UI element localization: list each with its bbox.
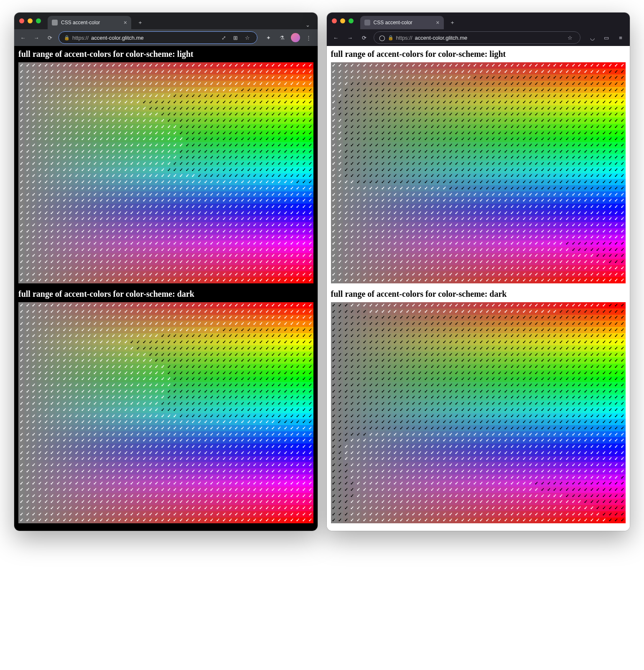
accent-swatch[interactable]: ✓	[166, 271, 172, 278]
accent-swatch[interactable]: ✓	[441, 395, 448, 401]
accent-swatch[interactable]: ✓	[246, 124, 252, 130]
accent-swatch[interactable]: ✓	[491, 315, 497, 321]
accent-swatch[interactable]: ✓	[246, 474, 252, 481]
accent-swatch[interactable]: ✓	[515, 154, 521, 160]
accent-swatch[interactable]: ✓	[411, 124, 417, 130]
accent-swatch[interactable]: ✓	[276, 210, 283, 216]
accent-swatch[interactable]: ✓	[104, 419, 111, 425]
accent-swatch[interactable]: ✓	[589, 456, 595, 462]
accent-swatch[interactable]: ✓	[558, 462, 564, 468]
accent-swatch[interactable]: ✓	[129, 413, 135, 419]
accent-swatch[interactable]: ✓	[153, 505, 160, 511]
accent-swatch[interactable]: ✓	[448, 505, 454, 511]
accent-swatch[interactable]: ✓	[619, 333, 626, 339]
accent-swatch[interactable]: ✓	[368, 333, 374, 339]
accent-swatch[interactable]: ✓	[55, 333, 61, 339]
accent-swatch[interactable]: ✓	[478, 505, 484, 511]
accent-swatch[interactable]: ✓	[496, 154, 503, 160]
accent-swatch[interactable]: ✓	[601, 407, 607, 413]
accent-swatch[interactable]: ✓	[191, 339, 197, 345]
accent-swatch[interactable]: ✓	[386, 185, 392, 191]
accent-swatch[interactable]: ✓	[215, 81, 221, 87]
accent-swatch[interactable]: ✓	[86, 370, 92, 376]
accent-swatch[interactable]: ✓	[43, 167, 49, 173]
accent-swatch[interactable]: ✓	[441, 277, 448, 283]
accent-swatch[interactable]: ✓	[252, 395, 258, 401]
accent-swatch[interactable]: ✓	[276, 419, 283, 425]
accent-swatch[interactable]: ✓	[276, 493, 283, 499]
accent-swatch[interactable]: ✓	[540, 407, 546, 413]
accent-swatch[interactable]: ✓	[386, 425, 392, 431]
accent-swatch[interactable]: ✓	[472, 167, 479, 173]
accent-swatch[interactable]: ✓	[37, 99, 43, 105]
accent-swatch[interactable]: ✓	[68, 148, 74, 155]
accent-swatch[interactable]: ✓	[405, 487, 411, 493]
accent-swatch[interactable]: ✓	[546, 234, 552, 241]
accent-swatch[interactable]: ✓	[570, 327, 577, 333]
accent-swatch[interactable]: ✓	[80, 234, 86, 241]
accent-swatch[interactable]: ✓	[110, 376, 117, 382]
accent-swatch[interactable]: ✓	[74, 419, 80, 425]
accent-swatch[interactable]: ✓	[503, 271, 509, 278]
accent-swatch[interactable]: ✓	[423, 345, 429, 352]
accent-swatch[interactable]: ✓	[258, 357, 264, 364]
accent-swatch[interactable]: ✓	[160, 517, 166, 524]
accent-swatch[interactable]: ✓	[583, 480, 589, 487]
accent-swatch[interactable]: ✓	[123, 185, 129, 191]
accent-swatch[interactable]: ✓	[276, 474, 283, 481]
accent-swatch[interactable]: ✓	[160, 247, 166, 253]
accent-swatch[interactable]: ✓	[295, 117, 301, 124]
accent-swatch[interactable]: ✓	[123, 240, 129, 247]
accent-swatch[interactable]: ✓	[283, 352, 289, 358]
accent-swatch[interactable]: ✓	[264, 357, 270, 364]
accent-swatch[interactable]: ✓	[607, 315, 613, 321]
accent-swatch[interactable]: ✓	[386, 308, 392, 315]
accent-swatch[interactable]: ✓	[25, 419, 31, 425]
accent-swatch[interactable]: ✓	[484, 364, 491, 370]
accent-swatch[interactable]: ✓	[398, 62, 405, 69]
accent-swatch[interactable]: ✓	[61, 222, 68, 228]
accent-swatch[interactable]: ✓	[349, 173, 356, 179]
accent-swatch[interactable]: ✓	[129, 154, 135, 160]
accent-swatch[interactable]: ✓	[448, 327, 454, 333]
accent-swatch[interactable]: ✓	[68, 315, 74, 321]
accent-swatch[interactable]: ✓	[160, 499, 166, 505]
accent-swatch[interactable]: ✓	[448, 382, 454, 388]
accent-swatch[interactable]: ✓	[92, 99, 98, 105]
accent-swatch[interactable]: ✓	[80, 130, 86, 136]
accent-swatch[interactable]: ✓	[613, 271, 620, 278]
accent-swatch[interactable]: ✓	[191, 382, 197, 388]
accent-swatch[interactable]: ✓	[209, 357, 215, 364]
accent-swatch[interactable]: ✓	[258, 407, 264, 413]
accent-swatch[interactable]: ✓	[583, 69, 589, 75]
accent-swatch[interactable]: ✓	[478, 185, 484, 191]
accent-swatch[interactable]: ✓	[18, 345, 25, 352]
accent-swatch[interactable]: ✓	[209, 148, 215, 155]
accent-swatch[interactable]: ✓	[417, 425, 423, 431]
accent-swatch[interactable]: ✓	[484, 302, 491, 308]
accent-swatch[interactable]: ✓	[405, 240, 411, 247]
accent-swatch[interactable]: ✓	[411, 117, 417, 124]
accent-swatch[interactable]: ✓	[43, 253, 49, 259]
accent-swatch[interactable]: ✓	[227, 81, 234, 87]
accent-swatch[interactable]: ✓	[558, 357, 564, 364]
accent-swatch[interactable]: ✓	[435, 333, 441, 339]
accent-swatch[interactable]: ✓	[209, 216, 215, 222]
accent-swatch[interactable]: ✓	[374, 185, 380, 191]
accent-swatch[interactable]: ✓	[246, 400, 252, 407]
accent-swatch[interactable]: ✓	[576, 400, 583, 407]
accent-swatch[interactable]: ✓	[239, 382, 246, 388]
accent-swatch[interactable]: ✓	[276, 339, 283, 345]
accent-swatch[interactable]: ✓	[361, 364, 368, 370]
accent-swatch[interactable]: ✓	[386, 493, 392, 499]
accent-swatch[interactable]: ✓	[160, 216, 166, 222]
accent-swatch[interactable]: ✓	[491, 376, 497, 382]
accent-swatch[interactable]: ✓	[246, 210, 252, 216]
accent-swatch[interactable]: ✓	[129, 142, 135, 148]
accent-swatch[interactable]: ✓	[252, 228, 258, 234]
accent-swatch[interactable]: ✓	[460, 160, 466, 167]
accent-swatch[interactable]: ✓	[411, 173, 417, 179]
accent-swatch[interactable]: ✓	[117, 382, 123, 388]
accent-swatch[interactable]: ✓	[98, 210, 104, 216]
accent-swatch[interactable]: ✓	[307, 388, 313, 395]
